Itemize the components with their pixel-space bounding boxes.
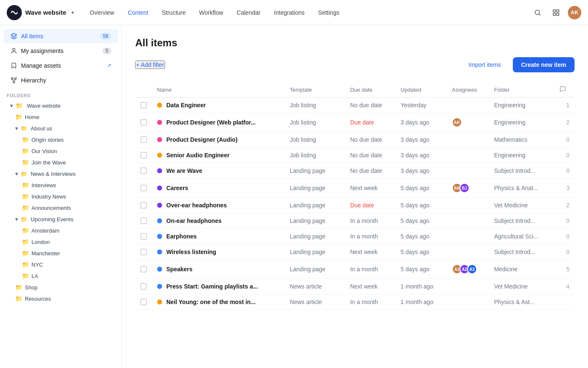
folder-shop[interactable]: 📁 Shop bbox=[3, 282, 118, 293]
row-checkbox[interactable] bbox=[140, 185, 147, 191]
sidebar-hierarchy[interactable]: Hierarchy bbox=[3, 73, 118, 87]
row-folder: Medicine bbox=[489, 260, 554, 279]
search-button[interactable] bbox=[531, 6, 544, 19]
sidebar: All items 58 My assignments 5 Manage ass… bbox=[0, 25, 122, 368]
folder-home[interactable]: 📁 Home bbox=[3, 111, 118, 122]
table-row[interactable]: SpeakersLanding pageIn a month5 days ago… bbox=[135, 260, 575, 279]
row-checkbox[interactable] bbox=[140, 233, 147, 240]
nav-overview[interactable]: Overview bbox=[84, 7, 120, 19]
grid-button[interactable] bbox=[549, 6, 563, 19]
logo-area[interactable]: Wave website ▾ bbox=[7, 5, 74, 20]
folder-icon: 📁 bbox=[22, 193, 29, 200]
col-header-name: Name bbox=[152, 82, 285, 98]
folder-manchester[interactable]: 📁 Manchester bbox=[3, 248, 118, 259]
row-template: Landing page bbox=[285, 229, 345, 244]
table-row[interactable]: On-ear headphonesLanding pageIn a month5… bbox=[135, 213, 575, 229]
row-checkbox[interactable] bbox=[140, 202, 147, 209]
row-comment-count: 0 bbox=[554, 244, 575, 260]
row-checkbox[interactable] bbox=[140, 102, 147, 109]
row-checkbox[interactable] bbox=[140, 167, 147, 174]
row-checkbox[interactable] bbox=[140, 299, 147, 305]
row-template: Job listing bbox=[285, 98, 345, 113]
table-row[interactable]: Neil Young: one of the most in...News ar… bbox=[135, 294, 575, 310]
status-dot bbox=[157, 153, 162, 158]
topnav-right: AK bbox=[531, 6, 581, 19]
folder-icon: 📁 bbox=[22, 238, 29, 245]
folder-icon: 📁 bbox=[22, 227, 29, 234]
folder-icon: 📁 bbox=[22, 182, 29, 188]
table-row[interactable]: CareersLanding pageNext week5 days agoAK… bbox=[135, 179, 575, 198]
folder-london[interactable]: 📁 London bbox=[3, 236, 118, 247]
table-row[interactable]: Product Designer (Web platfor...Job list… bbox=[135, 113, 575, 132]
sidebar-all-items[interactable]: All items 58 bbox=[3, 29, 118, 43]
row-checkbox[interactable] bbox=[140, 217, 147, 224]
table-row[interactable]: EarphonesLanding pageIn a month5 days ag… bbox=[135, 229, 575, 244]
folder-news-interviews[interactable]: ▾ 📁 News & Interviews bbox=[3, 168, 118, 179]
assignee-avatar: A3 bbox=[467, 264, 477, 274]
folder-icon: ▾ bbox=[10, 102, 13, 109]
status-dot bbox=[157, 267, 162, 272]
row-comment-count: 0 bbox=[554, 163, 575, 179]
row-due-date: No due date bbox=[345, 98, 396, 113]
folder-icon: 📁 bbox=[22, 273, 29, 279]
row-assignees bbox=[447, 244, 489, 260]
col-header-due-date: Due date bbox=[345, 82, 396, 98]
table-row[interactable]: Senior Audio EngineerJob listingNo due d… bbox=[135, 148, 575, 163]
folder-origin-stories[interactable]: 📁 Origin stories bbox=[3, 134, 118, 145]
row-due-date: In a month bbox=[345, 260, 396, 279]
table-row[interactable]: Product Designer (Audio)Job listingNo du… bbox=[135, 132, 575, 148]
folder-la[interactable]: 📁 LA bbox=[3, 270, 118, 281]
row-checkbox[interactable] bbox=[140, 283, 147, 290]
nav-structure[interactable]: Structure bbox=[156, 7, 192, 19]
folder-join-the-wave[interactable]: 📁 Join the Wave bbox=[3, 157, 118, 168]
site-dropdown-arrow[interactable]: ▾ bbox=[71, 10, 74, 16]
row-folder: Engineering bbox=[489, 98, 554, 113]
nav-integrations[interactable]: Integrations bbox=[268, 7, 310, 19]
row-name: Over-ear headphones bbox=[157, 202, 280, 209]
row-comment-count: 2 bbox=[554, 198, 575, 213]
row-checkbox[interactable] bbox=[140, 136, 147, 143]
folder-about-us[interactable]: ▾ 📁 About us bbox=[3, 123, 118, 134]
folder-icon: 📁 bbox=[22, 204, 29, 211]
nav-content[interactable]: Content bbox=[122, 7, 154, 19]
row-checkbox[interactable] bbox=[140, 119, 147, 126]
table-row[interactable]: Press Start: Gaming playlists a...News a… bbox=[135, 279, 575, 294]
folder-announcements[interactable]: 📁 Announcements bbox=[3, 202, 118, 213]
status-dot bbox=[157, 185, 162, 191]
status-dot bbox=[157, 218, 162, 223]
row-checkbox[interactable] bbox=[140, 152, 147, 159]
folder-our-vision[interactable]: 📁 Our Vision bbox=[3, 146, 118, 156]
user-avatar[interactable]: AK bbox=[568, 6, 581, 19]
layers-icon bbox=[10, 32, 18, 40]
row-comment-count: 3 bbox=[554, 179, 575, 198]
table-row[interactable]: Over-ear headphonesLanding pageDue date5… bbox=[135, 198, 575, 213]
row-checkbox[interactable] bbox=[140, 266, 147, 273]
folder-amsterdam[interactable]: 📁 Amsterdam bbox=[3, 225, 118, 236]
folder-resources[interactable]: 📁 Resources bbox=[3, 293, 118, 304]
folder-interviews[interactable]: 📁 Interviews bbox=[3, 180, 118, 191]
row-checkbox[interactable] bbox=[140, 249, 147, 255]
svg-point-6 bbox=[13, 48, 15, 50]
row-folder: Vet Medicine bbox=[489, 279, 554, 294]
col-header-updated: Updated bbox=[396, 82, 447, 98]
sidebar-manage-assets[interactable]: Manage assets ↗ bbox=[3, 58, 118, 73]
table-row[interactable]: Wireless listeningLanding pageNext week5… bbox=[135, 244, 575, 260]
folder-industry-news[interactable]: 📁 Industry News bbox=[3, 191, 118, 202]
table-row[interactable]: We are WaveLanding pageNo due date3 days… bbox=[135, 163, 575, 179]
folder-wave-website[interactable]: ▾ 📁 Wave website bbox=[3, 100, 118, 111]
table-row[interactable]: Data EngineerJob listingNo due dateYeste… bbox=[135, 98, 575, 113]
row-updated: 5 days ago bbox=[396, 213, 447, 229]
row-updated: Yesterday bbox=[396, 98, 447, 113]
add-filter-button[interactable]: + Add filter bbox=[135, 61, 165, 69]
create-button[interactable]: Create new item bbox=[513, 57, 575, 72]
nav-settings[interactable]: Settings bbox=[312, 7, 345, 19]
nav-calendar[interactable]: Calendar bbox=[231, 7, 266, 19]
svg-rect-1 bbox=[553, 10, 555, 12]
nav-workflow[interactable]: Workflow bbox=[193, 7, 229, 19]
import-button[interactable]: Import items bbox=[462, 57, 508, 72]
folder-upcoming-events[interactable]: ▾ 📁 Upcoming Events bbox=[3, 214, 118, 225]
folder-nyc[interactable]: 📁 NYC bbox=[3, 259, 118, 270]
sidebar-my-assignments[interactable]: My assignments 5 bbox=[3, 44, 118, 58]
row-comment-count: 0 bbox=[554, 229, 575, 244]
row-assignees bbox=[447, 213, 489, 229]
